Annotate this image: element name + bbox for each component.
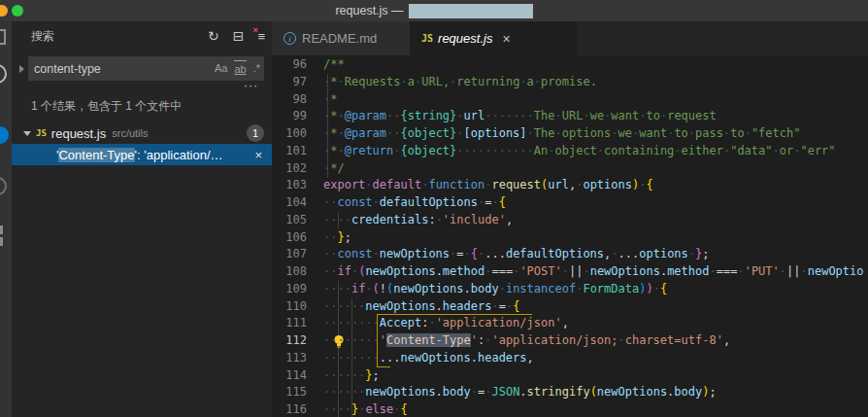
code-line[interactable]: 114······}; — [272, 367, 868, 385]
code-line[interactable]: 105····credentials:·'include', — [272, 212, 868, 229]
extensions-icon[interactable] — [0, 226, 3, 234]
line-number: 107 — [272, 246, 307, 263]
code-line[interactable]: 104··const·defaultOptions·=·{ — [272, 194, 868, 212]
refresh-icon[interactable]: ↻ — [208, 29, 219, 43]
line-number: 111 — [272, 315, 307, 332]
close-tab-icon[interactable]: × — [502, 31, 510, 47]
result-file-row[interactable]: JS request.js src/utils 1 — [12, 122, 272, 144]
match-case-icon[interactable]: Aa — [215, 60, 227, 78]
debug-icon[interactable] — [0, 177, 7, 195]
code-line[interactable]: 113········...newOptions.headers, — [272, 350, 868, 367]
code-line[interactable]: 97·*·Requests·a·URL,·returning·a·promise… — [272, 74, 868, 91]
chevron-expanded-icon[interactable] — [23, 131, 31, 136]
activity-bar — [0, 21, 12, 417]
code-line[interactable]: 102·*/ — [272, 160, 868, 178]
line-number: 104 — [272, 194, 307, 212]
result-file-path: src/utils — [112, 127, 247, 139]
line-number: 115 — [272, 384, 307, 401]
line-number: 110 — [272, 298, 307, 316]
line-number: 105 — [272, 212, 307, 229]
line-number: 101 — [272, 143, 307, 160]
clear-results-icon[interactable]: × ≡ — [257, 29, 264, 43]
code-line[interactable]: 115······newOptions.body·=·JSON.stringif… — [272, 384, 868, 401]
minimize-button[interactable] — [0, 5, 8, 17]
code-lines: 96/**97·*·Requests·a·URL,·returning·a·pr… — [272, 56, 868, 417]
code-line[interactable]: 103export·default·function·request(url,·… — [272, 177, 868, 194]
line-number: 100 — [272, 125, 307, 143]
line-number: 109 — [272, 281, 307, 298]
code-line[interactable]: 100·*·@param··{object}·[options]·The·opt… — [272, 125, 868, 143]
code-line[interactable]: 108··if·(newOptions.method·===·'POST'·||… — [272, 263, 868, 281]
code-editor[interactable]: 96/**97·*·Requests·a·URL,·returning·a·pr… — [272, 55, 868, 417]
line-number: 103 — [272, 177, 307, 194]
scm-badge[interactable] — [0, 126, 9, 144]
search-icon[interactable] — [0, 64, 7, 84]
code-line[interactable]: 101·*·@return·{object}···········An·obje… — [272, 143, 868, 160]
dismiss-match-icon[interactable]: × — [254, 148, 262, 162]
js-file-icon: JS — [36, 128, 47, 138]
whole-word-icon[interactable]: ab — [234, 60, 246, 78]
regex-icon[interactable]: .* — [253, 60, 260, 78]
toggle-replace-icon[interactable] — [19, 65, 24, 73]
window-title: request.js — — [335, 4, 403, 17]
match-count-badge: 1 — [247, 124, 264, 142]
code-line[interactable]: 99·*·@param··{string}·url·······The·URL·… — [272, 108, 868, 125]
search-panel: 搜索 ↻ ⊟ × ≡ Aa ab .* ··· 1 个结果，包含于 1 个文件中 — [12, 21, 272, 417]
line-number: 116 — [272, 401, 307, 417]
line-number: 108 — [272, 263, 307, 281]
search-details-toggle[interactable]: ··· — [244, 81, 258, 92]
window-controls[interactable] — [0, 0, 39, 21]
line-number: 99 — [272, 108, 307, 125]
explorer-icon[interactable] — [0, 29, 6, 45]
code-line[interactable]: 98·* — [272, 91, 868, 109]
line-number: 113 — [272, 350, 307, 367]
line-number: 106 — [272, 229, 307, 247]
match-preview: 'Content-Type': 'application/… — [56, 148, 250, 162]
editor-group: i README.md JS request.js × — [272, 21, 868, 417]
tab-bar: i README.md JS request.js × — [272, 21, 868, 55]
code-line[interactable]: 106··}; — [272, 229, 868, 247]
line-number: 112 — [272, 332, 307, 350]
code-line[interactable]: 112········'Content-Type':·'application/… — [272, 332, 868, 350]
info-icon: i — [284, 32, 296, 45]
code-line[interactable]: 107··const·newOptions·=·{·...defaultOpti… — [272, 246, 868, 263]
result-file-name: request.js — [51, 126, 106, 141]
tab-request-js[interactable]: JS request.js × — [410, 21, 577, 55]
line-number: 97 — [272, 74, 307, 91]
line-number: 102 — [272, 160, 307, 178]
code-line[interactable]: 110······newOptions.headers·=·{ — [272, 298, 868, 316]
code-line[interactable]: 96/** — [272, 56, 868, 74]
code-line[interactable]: 116····}·else·{ — [272, 401, 868, 417]
redacted-project-name — [409, 4, 533, 18]
code-line[interactable]: 109····if·(!(newOptions.body·instanceof·… — [272, 281, 868, 298]
zoom-button[interactable] — [12, 5, 23, 17]
collapse-all-icon[interactable]: ⊟ — [233, 29, 245, 43]
title-bar: request.js — — [0, 0, 868, 21]
match-highlight: Content-Type — [58, 148, 134, 162]
line-number: 114 — [272, 367, 307, 385]
line-number: 96 — [272, 56, 307, 74]
search-panel-title: 搜索 — [31, 28, 208, 45]
result-summary: 1 个结果，包含于 1 个文件中 — [12, 92, 272, 122]
tab-readme[interactable]: i README.md — [272, 21, 410, 55]
search-match-row[interactable]: 'Content-Type': 'application/… × — [12, 144, 272, 165]
code-line[interactable]: 111········Accept:·'application/json', — [272, 315, 868, 332]
line-number: 98 — [272, 91, 307, 109]
extensions-icon-part — [0, 237, 3, 246]
js-file-icon: JS — [421, 33, 433, 44]
